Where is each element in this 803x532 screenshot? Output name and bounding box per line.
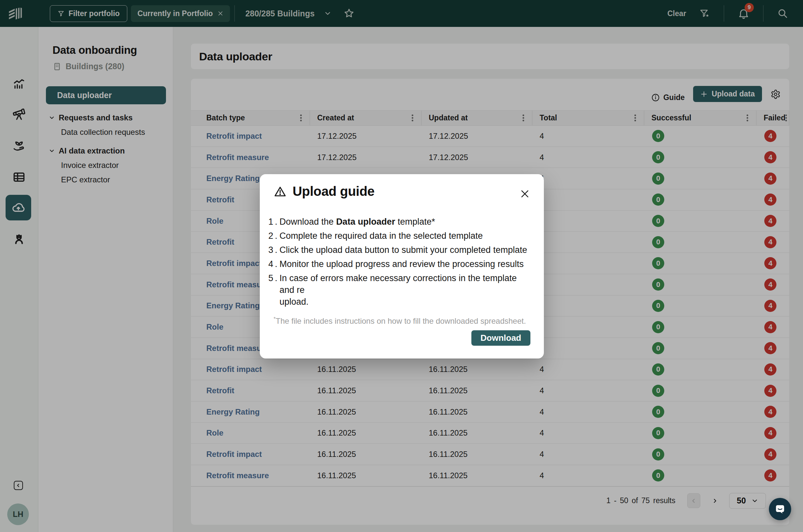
step-number: 1.	[268, 216, 280, 228]
upload-steps-list: 1. Download the Data uploader template* …	[268, 216, 530, 308]
app-window: Filter portfolio Currently in Portfolio …	[0, 0, 803, 532]
upload-step: 5. In case of errors make necessary corr…	[268, 272, 530, 308]
upload-step: 4. Monitor the upload progress and revie…	[268, 258, 530, 270]
upload-step: 1. Download the Data uploader template*	[268, 216, 530, 228]
chat-launcher-button[interactable]	[769, 498, 791, 520]
upload-step: 3. Click the upload data button to submi…	[268, 244, 530, 256]
chat-bubble-icon	[774, 503, 786, 515]
template-footnote: *The file includes instructions on how t…	[273, 316, 530, 326]
modal-title: Upload guide	[292, 184, 375, 199]
warning-triangle-icon	[273, 185, 287, 198]
upload-guide-modal: Upload guide 1. Download the Data upload…	[260, 174, 544, 359]
step-number: 3.	[268, 244, 280, 256]
step-number: 2.	[268, 230, 280, 242]
download-button[interactable]: Download	[471, 330, 530, 346]
close-icon[interactable]	[520, 189, 530, 199]
upload-step: 2. Complete the required data in the sel…	[268, 230, 530, 242]
step-number: 4.	[268, 258, 280, 270]
step-number: 5.	[268, 272, 280, 308]
